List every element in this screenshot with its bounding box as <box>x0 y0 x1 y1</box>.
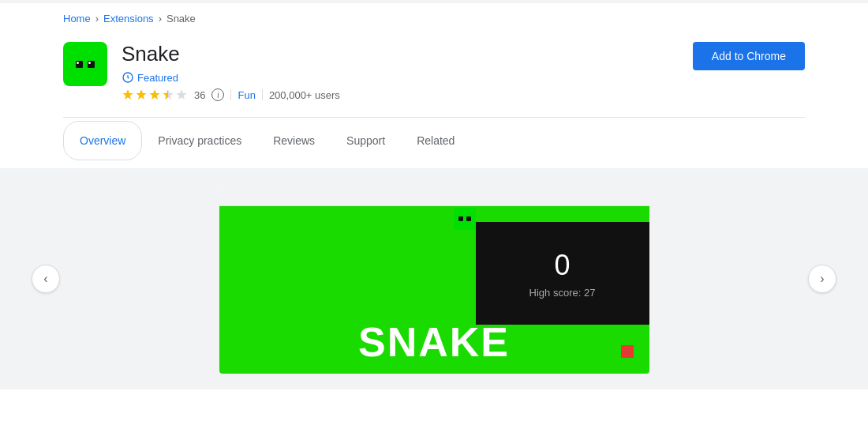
users-count: 200,000+ users <box>269 89 340 101</box>
svg-marker-3 <box>149 90 159 100</box>
info-icon[interactable]: i <box>211 88 224 101</box>
screenshot-content: 0 High score: 27 SNAKE <box>219 206 649 374</box>
breadcrumb: Home › Extensions › Snake <box>0 3 868 34</box>
star-1 <box>122 88 134 101</box>
game-title-text: SNAKE <box>358 318 510 366</box>
rating-count: 36 <box>194 89 205 101</box>
breadcrumb-current: Snake <box>166 13 196 24</box>
breadcrumb-home[interactable]: Home <box>63 13 91 24</box>
carousel-prev-button[interactable]: ‹ <box>32 265 60 293</box>
extension-name: Snake <box>122 42 340 66</box>
snake-eye-right <box>88 61 95 68</box>
carousel-container: ‹ 0 High score: 27 SNAKE <box>0 168 868 389</box>
header-section: Snake Featured <box>0 34 868 117</box>
game-eye-right <box>466 216 471 221</box>
tab-privacy[interactable]: Privacy practices <box>142 122 257 160</box>
svg-marker-1 <box>122 90 133 100</box>
high-score-text: High score: 27 <box>529 287 596 299</box>
game-snake-icon <box>454 208 476 230</box>
screenshot-wrapper: 0 High score: 27 SNAKE <box>219 184 649 374</box>
extension-icon <box>63 42 107 86</box>
extension-info: Snake Featured <box>63 42 340 101</box>
tag-fun[interactable]: Fun <box>238 89 255 101</box>
red-food-block <box>621 345 634 358</box>
extension-details: Snake Featured <box>122 42 340 101</box>
snake-eyes-icon <box>76 61 95 68</box>
tab-reviews[interactable]: Reviews <box>257 122 331 160</box>
snake-eye-left <box>76 61 83 68</box>
score-overlay: 0 High score: 27 <box>476 222 649 325</box>
svg-marker-4 <box>163 90 173 100</box>
content-area: ‹ 0 High score: 27 SNAKE <box>0 168 868 389</box>
game-eye-left <box>458 216 463 221</box>
breadcrumb-sep-2: › <box>159 13 162 24</box>
svg-marker-5 <box>176 90 186 100</box>
tab-overview[interactable]: Overview <box>63 121 142 160</box>
divider-vertical <box>230 89 231 100</box>
svg-marker-2 <box>136 90 146 100</box>
rating-row: 36 i Fun 200,000+ users <box>122 88 340 101</box>
tab-related[interactable]: Related <box>401 122 470 160</box>
divider-vertical-2 <box>262 89 263 100</box>
carousel-next-button[interactable]: › <box>808 265 836 293</box>
tab-support[interactable]: Support <box>331 122 401 160</box>
star-3 <box>148 88 161 101</box>
featured-label: Featured <box>137 72 178 84</box>
star-2 <box>135 88 148 101</box>
header-separator <box>63 117 805 118</box>
game-snake-eyes <box>458 216 471 221</box>
score-number: 0 <box>554 249 570 282</box>
breadcrumb-extensions[interactable]: Extensions <box>103 13 154 24</box>
featured-badge-icon <box>122 71 134 84</box>
add-to-chrome-button[interactable]: Add to Chrome <box>693 42 805 70</box>
stars <box>122 88 188 101</box>
screenshot-top-bar <box>219 184 649 206</box>
breadcrumb-sep-1: › <box>95 13 99 24</box>
featured-badge: Featured <box>122 71 340 84</box>
star-5-empty <box>175 88 188 101</box>
tabs-section: Overview Privacy practices Reviews Suppo… <box>0 121 868 160</box>
star-4-half <box>162 88 174 101</box>
